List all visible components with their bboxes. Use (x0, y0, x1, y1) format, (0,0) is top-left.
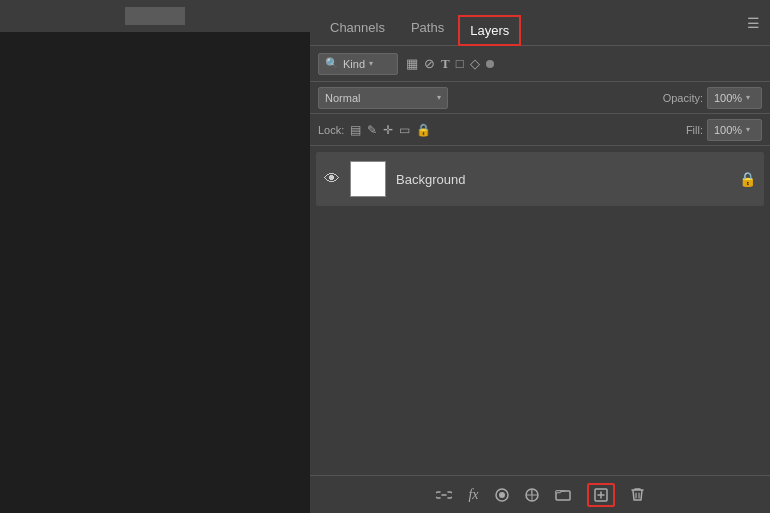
lock-label: Lock: (318, 124, 344, 136)
smartobject-filter-icon[interactable]: ◇ (470, 56, 480, 71)
tab-layers[interactable]: Layers (458, 15, 521, 46)
lock-artboard-icon[interactable]: ▭ (399, 123, 410, 137)
left-panel (0, 0, 310, 513)
layer-name: Background (396, 172, 739, 187)
layer-thumbnail (350, 161, 386, 197)
lock-image-icon[interactable]: ✎ (367, 123, 377, 137)
layers-panel: Channels Paths Layers ☰ 🔍 Kind ▾ ▦ ⊘ T □… (310, 0, 770, 513)
fill-dropdown-arrow: ▾ (746, 125, 750, 134)
layers-list: 👁 Background 🔒 (310, 146, 770, 475)
fill-value[interactable]: 100% ▾ (707, 119, 762, 141)
bottom-toolbar: fx (310, 475, 770, 513)
lock-position-icon[interactable]: ✛ (383, 123, 393, 137)
shape-filter-icon[interactable]: □ (456, 56, 464, 71)
svg-point-1 (499, 492, 505, 498)
delete-layer-icon[interactable] (631, 487, 644, 502)
opacity-dropdown-arrow: ▾ (746, 93, 750, 102)
blend-row: Normal ▾ Opacity: 100% ▾ (310, 82, 770, 114)
panel-menu-icon[interactable]: ☰ (747, 15, 760, 31)
opacity-value-text: 100% (714, 92, 742, 104)
fill-value-text: 100% (714, 124, 742, 136)
filter-icons: ▦ ⊘ T □ ◇ (406, 56, 494, 72)
svg-rect-4 (555, 491, 560, 493)
search-icon-small: 🔍 (325, 57, 339, 70)
add-mask-icon[interactable] (495, 488, 509, 502)
fill-label: Fill: (686, 124, 703, 136)
link-layers-icon[interactable] (436, 488, 452, 502)
tab-channels[interactable]: Channels (318, 12, 397, 45)
new-adjustment-icon[interactable] (525, 488, 539, 502)
fill-group: Fill: 100% ▾ (686, 119, 762, 141)
tab-paths[interactable]: Paths (399, 12, 456, 45)
lock-icons: ▤ ✎ ✛ ▭ 🔒 (350, 123, 431, 137)
opacity-label: Opacity: (663, 92, 703, 104)
kind-dropdown-arrow: ▾ (369, 59, 373, 68)
layer-visibility-icon[interactable]: 👁 (324, 170, 340, 188)
opacity-group: Opacity: 100% ▾ (663, 87, 762, 109)
blend-mode-label: Normal (325, 92, 360, 104)
layer-effects-icon[interactable]: fx (468, 487, 478, 503)
lock-row: Lock: ▤ ✎ ✛ ▭ 🔒 Fill: 100% ▾ (310, 114, 770, 146)
text-filter-icon[interactable]: T (441, 56, 450, 72)
top-bar (0, 0, 310, 32)
layer-item[interactable]: 👁 Background 🔒 (316, 152, 764, 206)
filter-row: 🔍 Kind ▾ ▦ ⊘ T □ ◇ (310, 46, 770, 82)
top-bar-input[interactable] (125, 7, 185, 25)
layer-lock-icon: 🔒 (739, 171, 756, 187)
kind-label: Kind (343, 58, 365, 70)
kind-dropdown[interactable]: 🔍 Kind ▾ (318, 53, 398, 75)
dot-filter-icon[interactable] (486, 60, 494, 68)
tabs-row: Channels Paths Layers ☰ (310, 0, 770, 46)
lock-all-icon[interactable]: 🔒 (416, 123, 431, 137)
image-filter-icon[interactable]: ▦ (406, 56, 418, 71)
lock-transparent-icon[interactable]: ▤ (350, 123, 361, 137)
new-group-icon[interactable] (555, 488, 571, 501)
blend-mode-dropdown[interactable]: Normal ▾ (318, 87, 448, 109)
opacity-value[interactable]: 100% ▾ (707, 87, 762, 109)
blend-mode-arrow: ▾ (437, 93, 441, 102)
adjustment-filter-icon[interactable]: ⊘ (424, 56, 435, 71)
new-layer-icon[interactable] (587, 483, 615, 507)
